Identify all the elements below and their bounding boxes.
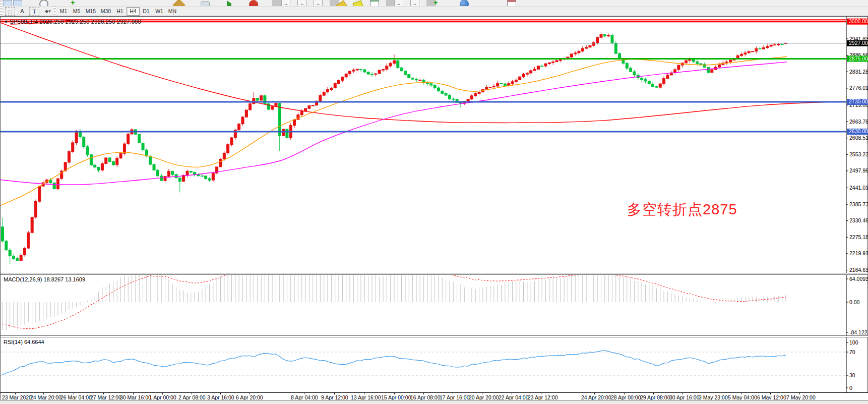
candle-body [530,71,532,73]
candle-body [127,134,130,144]
chart-window[interactable]: 2941.8352886.5602831.2852776.0102719.060… [0,16,868,400]
tile-window-icon[interactable]: ↔ [281,0,290,7]
window-icon[interactable] [3,0,12,7]
candle-body [770,45,772,46]
candle-body [751,51,754,52]
candle-body [308,106,311,108]
time-axis-tick [364,393,364,394]
candle-body [153,164,155,170]
candle-body [219,159,222,166]
candle-body [559,60,562,61]
candle-body [363,70,366,72]
candle-body [334,84,336,88]
candle-body [356,69,358,70]
candle-body [230,138,233,145]
candle-body [537,66,539,70]
table-icon[interactable] [370,0,379,7]
crosshair-tool-button[interactable]: ⬚ [5,7,15,16]
chart-title: ▼SP500-,H4 2926.250 2929.250 2926.250 29… [4,19,141,25]
candle-body [212,173,214,180]
toolbar-grip[interactable] [0,0,3,7]
label-tool-button[interactable]: T [29,7,39,16]
tile-window-icon[interactable]: ↔ [297,0,306,7]
arrange-icon[interactable]: ↔ [394,0,403,7]
price-flag-label: 3000.000 [849,18,868,24]
chart-icon[interactable] [13,0,22,7]
candle-body [744,53,747,54]
arrange-icon[interactable]: ↔ [410,0,419,7]
candle-body [470,96,473,99]
candle-body [245,110,247,117]
autotrade-icon[interactable] [201,1,210,7]
globe-icon[interactable] [460,0,469,7]
time-axis-tick [103,393,104,394]
candle-body [478,92,480,94]
time-axis[interactable]: 23 Mar 202024 Mar 20:0026 Mar 04:0027 Ma… [1,392,868,400]
toolbar-grip[interactable] [0,7,3,16]
candle-body [164,177,166,181]
add-chart-icon[interactable]: + [71,0,80,6]
price-axis-label: 2553.235 [849,151,868,157]
tile-window-icon[interactable]: ↔ [314,0,323,7]
brush-icon[interactable] [352,0,364,7]
candle-body [389,64,392,66]
candle-body [12,256,15,259]
text-tool-button[interactable]: A [17,7,27,16]
zoom-icon[interactable] [39,0,48,7]
timeframe-button-d1[interactable]: D1 [140,7,153,16]
candle-body [666,75,669,79]
candle-body [94,165,96,167]
candle-body [349,71,351,74]
compass-icon[interactable] [172,0,185,7]
candle-body [278,103,281,136]
candle-body [740,54,743,55]
candle-body [393,61,395,64]
macd-axis-label: 64.0093 [849,276,868,282]
time-axis-tick [74,393,74,394]
time-axis-tick [482,393,482,394]
stop-icon[interactable] [249,0,258,7]
candle-body [112,161,114,164]
candle-body [90,155,92,165]
candle-body [607,35,610,36]
candle-body [34,201,37,217]
candle-body [400,68,403,71]
candle-body [345,74,347,77]
candle-body [360,69,362,70]
timeframe-button-w1[interactable]: W1 [153,7,166,16]
timeframe-button-m5[interactable]: M5 [70,7,83,16]
candle-body [603,35,606,36]
candle-body [533,69,536,70]
candle-body [119,153,122,158]
timeframe-button-m1[interactable]: M1 [57,7,70,16]
time-axis-tick [512,393,512,394]
calendar-icon[interactable] [507,0,516,7]
play-icon[interactable] [227,1,236,7]
candle-body [578,51,580,53]
candle-body [68,151,70,162]
shapes-tool-button[interactable]: ◆▾ [41,7,54,16]
macd-indicator-panel[interactable]: 64.00930.00-84.122 [1,275,868,335]
time-axis-tick [192,393,192,394]
add-indicator-icon[interactable]: + [433,0,443,6]
rsi-axis-label: 100 [849,339,858,345]
rsi-indicator-panel[interactable]: 10070300 [1,337,868,392]
candle-body [304,108,307,111]
candle-body [526,73,528,74]
toolbar-grip[interactable] [53,7,56,16]
candle-body [253,98,255,104]
timeframe-button-mn[interactable]: MN [166,7,179,16]
collapse-arrow-icon[interactable]: ▼ [4,20,8,24]
timeframe-button-h4[interactable]: H4 [127,7,140,16]
timeframe-button-h1[interactable]: H1 [113,7,127,16]
candle-body [201,176,203,176]
candle-body [489,87,491,88]
candle-body [611,35,613,43]
time-axis-tick [334,393,335,394]
timeframe-button-m15[interactable]: M15 [83,7,98,16]
main-price-chart[interactable]: 2941.8352886.5602831.2852776.0102719.060… [1,17,868,273]
candle-body [762,47,765,49]
time-axis-tick [133,393,134,394]
timeframe-button-m30[interactable]: M30 [98,7,113,16]
candle-body [16,259,19,261]
